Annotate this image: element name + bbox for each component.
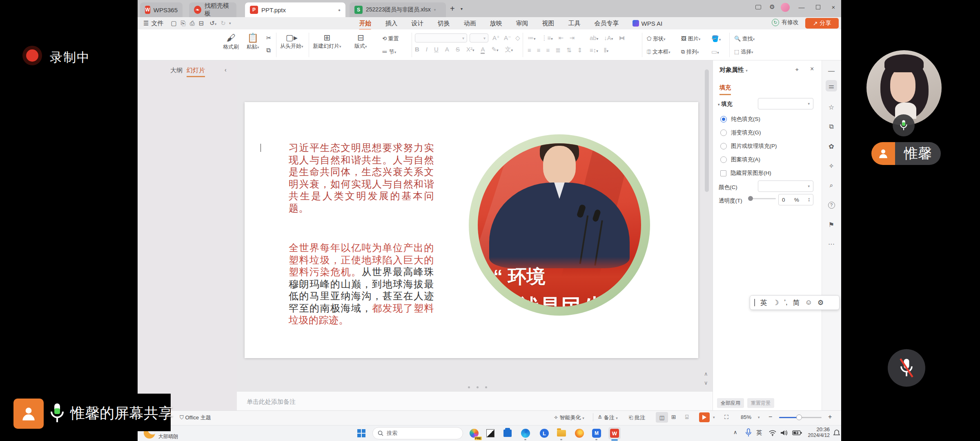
justify-button[interactable]: ≣	[555, 47, 561, 54]
blue-m-app-icon[interactable]: M	[590, 427, 603, 439]
collapse-strip-icon[interactable]: —	[826, 65, 837, 77]
color-select[interactable]: ▾	[758, 180, 813, 192]
previous-slide-button[interactable]: ∧	[704, 371, 708, 377]
layout-button[interactable]: ⊟版式▾	[354, 33, 367, 50]
notes-toggle-button[interactable]: ≛ 备注 ▾	[598, 414, 618, 421]
fit-slide-button[interactable]: ⛶	[724, 414, 728, 421]
print-icon[interactable]: ⎙	[190, 20, 195, 27]
ime-moon-icon[interactable]: ☽	[773, 298, 779, 307]
decrease-font-icon[interactable]: A⁻	[504, 34, 511, 42]
fill-section-header[interactable]: ▾ 填充	[718, 100, 732, 108]
print-preview-icon[interactable]: ⊟	[199, 20, 204, 27]
edge-browser-icon[interactable]	[519, 427, 532, 439]
align-center-button[interactable]: ≡	[537, 47, 541, 54]
notification-bell-icon[interactable]: z	[833, 429, 840, 437]
microsoft-store-icon[interactable]	[501, 427, 514, 439]
underline-button[interactable]: U	[434, 46, 439, 54]
weather-desc[interactable]: 大部晴朗	[158, 433, 178, 440]
participant-mic-active-badge[interactable]	[893, 114, 915, 136]
redo-button[interactable]: ↻	[220, 20, 226, 27]
shapes-button[interactable]: ⬠ 形状▾	[647, 35, 665, 42]
taskbar-search-box[interactable]: 搜索	[372, 427, 463, 439]
fill-option-picture[interactable]: 图片或纹理填充(P)	[720, 143, 777, 150]
save-icon[interactable]: ▢	[171, 20, 176, 27]
tab-tools[interactable]: 工具	[566, 20, 582, 27]
tab-review[interactable]: 审阅	[514, 20, 530, 27]
help-icon[interactable]: ?	[826, 199, 837, 211]
collapse-panel-icon[interactable]: ‹	[225, 67, 227, 73]
zoom-slider-thumb[interactable]	[796, 414, 802, 420]
ime-emoji-icon[interactable]: ☺	[805, 298, 812, 307]
pin-panel-icon[interactable]: ⌖	[795, 66, 799, 73]
close-panel-icon[interactable]: ×	[810, 65, 814, 73]
increase-indent-button[interactable]: ⇥	[569, 34, 575, 42]
transparency-slider-thumb[interactable]	[748, 196, 753, 201]
hamburger-icon[interactable]: ☰	[143, 20, 149, 27]
fill-option-pattern[interactable]: 图案填充(A)	[720, 156, 760, 163]
zoom-in-button[interactable]: +	[828, 413, 832, 421]
wifi-icon[interactable]	[768, 430, 777, 436]
transparency-slider-track[interactable]	[750, 198, 776, 199]
picture-button[interactable]: 🖼 图片▾	[681, 35, 700, 42]
play-options-dropdown-icon[interactable]: ▾	[713, 415, 715, 419]
arrange-button[interactable]: ⧉ 排列▾	[681, 48, 699, 56]
fill-option-gradient[interactable]: 渐变填充(G)	[720, 129, 761, 136]
outline-tab[interactable]: 大纲	[170, 67, 183, 74]
superscript-button[interactable]: X²▾	[466, 46, 474, 54]
frame-button[interactable]: ▭▾	[711, 48, 719, 56]
next-slide-button[interactable]: ∨	[704, 380, 708, 386]
decrease-indent-button[interactable]: ⇤	[559, 34, 564, 42]
ime-simplified[interactable]: 简	[793, 298, 800, 307]
align-right-button[interactable]: ≡	[546, 47, 550, 54]
play-from-start-button[interactable]: ▢▸从头开始▾	[280, 33, 303, 50]
comment-button[interactable]: ⎗ 批注	[629, 414, 645, 421]
tab-animation[interactable]: 动画	[462, 20, 477, 27]
quickbar-more-icon[interactable]: ▾	[229, 21, 231, 25]
columns-button[interactable]: ⦀▾	[604, 47, 608, 54]
copy-button[interactable]: ⧉	[266, 47, 271, 54]
section-button[interactable]: ≔ 节▾	[382, 48, 396, 56]
theme-status[interactable]: ⛉ Office 主题	[180, 414, 211, 421]
ime-mode-en[interactable]: 英	[760, 298, 767, 307]
spinner-arrows-icon[interactable]: ▴▾	[808, 197, 810, 202]
reading-view-button[interactable]: ⌻	[685, 414, 688, 421]
distribute-button[interactable]: ⇅	[566, 47, 572, 54]
tab-wps365[interactable]: W WPS365	[140, 2, 183, 17]
paste-button[interactable]: 📋粘贴▾	[247, 33, 259, 51]
phonetic-button[interactable]: 文▾	[505, 46, 513, 54]
tab-transition[interactable]: 切换	[436, 20, 451, 27]
new-slide-button[interactable]: ⊞新建幻灯片▾	[313, 33, 341, 50]
tray-mic-icon[interactable]	[745, 428, 752, 438]
resource-book-icon[interactable]: ⌕	[826, 180, 837, 191]
properties-strip-icon-active[interactable]: ⚌	[826, 80, 837, 91]
design-leaf-icon[interactable]: ✿	[826, 140, 837, 152]
share-button[interactable]: ↗ 分享	[805, 18, 839, 29]
transparency-spinner[interactable]: 0 % ▴▾	[778, 194, 813, 205]
tab-wps-ai[interactable]: WPS AI	[631, 20, 664, 27]
apply-all-button[interactable]: 全部应用	[717, 398, 744, 408]
tab-list-dropdown-icon[interactable]: ▾	[461, 7, 463, 11]
find-button[interactable]: 🔍 查找▾	[734, 35, 755, 42]
account-avatar[interactable]	[781, 3, 790, 12]
slide-paragraph-2[interactable]: 全世界每年以亿吨为单位产出的塑料垃圾，正使地球陷入巨大的塑料污染危机。从世界最高…	[289, 242, 434, 326]
close-button[interactable]: ×	[826, 2, 840, 12]
minimize-button[interactable]: —	[795, 2, 808, 12]
export-icon[interactable]: ⎘	[181, 20, 186, 27]
zoom-out-button[interactable]: −	[768, 413, 772, 421]
normal-view-button[interactable]: ◫	[656, 412, 668, 423]
tab-docer-templates[interactable]: ❧ 找稻壳模板	[189, 2, 236, 17]
smart-beautify-button[interactable]: ✧ 智能美化 ▾	[554, 414, 584, 421]
slideshow-play-button[interactable]	[699, 412, 710, 422]
tray-ime-mode[interactable]: 英	[756, 429, 762, 437]
highlight-color-button[interactable]: ✎▾	[491, 46, 498, 54]
tab-slideshow[interactable]: 放映	[488, 20, 503, 27]
cut-button[interactable]: ✂	[266, 34, 272, 42]
slide-image-photo[interactable]: “ 环境 就是民生”	[478, 143, 641, 307]
fill-bucket-button[interactable]: 🪣▾	[711, 35, 721, 42]
format-painter-button[interactable]: 🖌格式刷	[223, 33, 239, 51]
tab-xlsx[interactable]: S 252223团员与非团员.xlsx ▾	[350, 2, 446, 17]
hide-background-checkbox[interactable]: 隐藏背景图形(H)	[720, 169, 771, 177]
wps-office-icon[interactable]: W	[608, 427, 621, 439]
reset-button[interactable]: ⟲ 重置	[382, 35, 399, 42]
font-size-select[interactable]: ▾	[470, 33, 488, 42]
